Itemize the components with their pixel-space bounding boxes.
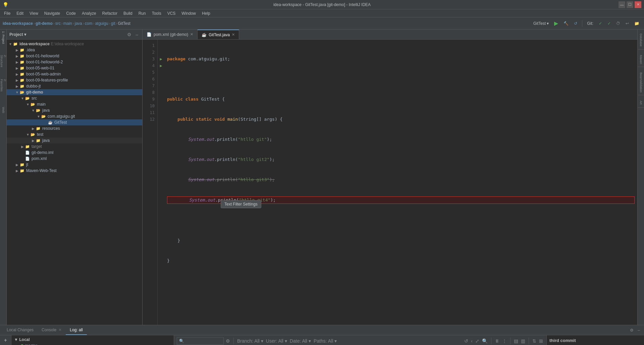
tab-console-close[interactable]: ✕ [58, 328, 62, 332]
breadcrumb-main[interactable]: main [63, 21, 72, 26]
git-settings-button[interactable]: ⚙ [629, 327, 635, 333]
tab-pom[interactable]: 📄 pom.xml (git-demo) ✕ [143, 30, 198, 39]
tree-item-maven-web[interactable]: ▶ 📁 Maven-Web-Test [7, 168, 142, 174]
menu-run[interactable]: Run [136, 10, 149, 16]
bean-tab[interactable]: BeanValidation [638, 70, 644, 96]
prev-commit-button[interactable]: ‹ [470, 338, 473, 344]
code-content[interactable]: package com.atguigu.git; public class Gi… [164, 40, 637, 325]
tree-item-boot05-admin[interactable]: ▶ 📁 boot-05-web-admin [7, 71, 142, 77]
menu-window[interactable]: Window [179, 10, 199, 16]
menu-edit[interactable]: Edit [14, 10, 26, 16]
tab-console[interactable]: Console ✕ [38, 325, 66, 335]
tree-item-boot01-2[interactable]: ▶ 📁 boot-01-helloworld-2 [7, 59, 142, 65]
tree-item-src[interactable]: ▼ 📂 src [7, 95, 142, 101]
breadcrumb-atguigu[interactable]: atguigu [95, 21, 108, 26]
project-gear-button[interactable]: ⚙ [126, 31, 133, 38]
expand-all-button[interactable]: + [3, 337, 8, 344]
commits-sep3 [510, 338, 511, 344]
git-undo-button[interactable]: ↩ [624, 19, 631, 28]
project-tool[interactable]: 1: Project [1, 31, 6, 44]
menu-vcs[interactable]: VCS [165, 10, 178, 16]
reload-button[interactable]: ↺ [572, 19, 579, 28]
branch-filter-button[interactable]: Branch: All ▾ [236, 338, 264, 344]
git-history-button[interactable]: ⏱ [614, 19, 622, 28]
art-tab[interactable]: Art [638, 98, 644, 108]
date-filter-button[interactable]: Date: All ▾ [289, 338, 312, 344]
sort-commits-button[interactable]: ⇅ [532, 338, 537, 344]
git-minimize-button[interactable]: – [636, 327, 641, 333]
tree-item-main[interactable]: ▼ 📂 main [7, 101, 142, 107]
layout2-button[interactable]: ▥ [520, 338, 526, 344]
git-check2-button[interactable]: ✓ [605, 19, 613, 28]
user-filter-button[interactable]: User: All ▾ [265, 338, 288, 344]
breadcrumb-sep7: › [109, 21, 110, 26]
menu-code[interactable]: Code [63, 10, 78, 16]
run-config-button[interactable]: GitTest ▾ [531, 19, 551, 28]
build-button[interactable]: 🔨 [561, 19, 571, 28]
expand-commits-button[interactable]: ⤢ [475, 338, 480, 344]
tree-item-dubbo[interactable]: ▶ 📁 dubbo-jt [7, 83, 142, 89]
run-button[interactable]: ▶ [552, 19, 560, 28]
more-commits-button[interactable]: ⋮ [501, 338, 507, 344]
tree-item-test-dir[interactable]: ▼ 📂 test [7, 131, 142, 137]
tree-item-gittest[interactable]: ☕ GitTest [7, 119, 142, 125]
pause-commits-button[interactable]: ⏸ [494, 338, 500, 344]
branch-item-master[interactable]: master [11, 343, 174, 345]
paths-filter-button[interactable]: Paths: All ▾ [313, 338, 337, 344]
breadcrumb-src[interactable]: src [55, 21, 61, 26]
favorites-tool[interactable]: 2: Favorites [1, 79, 6, 93]
database-tab[interactable]: Database [638, 31, 644, 50]
close-button[interactable]: ✕ [635, 1, 641, 8]
tree-item-gitdemo[interactable]: ▼ 📂 git-demo [7, 89, 142, 95]
layout-button[interactable]: ▤ [513, 338, 519, 344]
git-explorer-button[interactable]: 📁 [632, 19, 641, 28]
tree-label-resources: resources [42, 126, 60, 131]
tab-pom-close[interactable]: ✕ [190, 32, 193, 37]
tab-gittest[interactable]: ☕ GitTest.java ✕ [198, 30, 239, 39]
tree-item-idea[interactable]: ▶ 📁 .idea [7, 47, 142, 53]
tab-gittest-close[interactable]: ✕ [232, 33, 235, 37]
menu-navigate[interactable]: Navigate [42, 10, 63, 16]
web-tool[interactable]: Web [1, 103, 6, 117]
tree-item-java-dir[interactable]: ▼ 📂 java [7, 107, 142, 113]
git-check-button[interactable]: ✓ [597, 19, 604, 28]
group-commits-button[interactable]: ⊞ [538, 338, 544, 344]
tree-item-iml[interactable]: 📄 git-demo.iml [7, 150, 142, 156]
code-editor[interactable]: 1 2 3 4 5 6 7 8 9 10 11 12 ▶ ▶ [143, 40, 637, 325]
minimize-button[interactable]: — [619, 1, 625, 8]
menu-build[interactable]: Build [121, 10, 135, 16]
find-commits-button[interactable]: 🔍 [481, 338, 488, 344]
tree-item-jt[interactable]: ▶ 📁 jt [7, 162, 142, 168]
project-collapse-button[interactable]: – [134, 31, 140, 38]
search-commits-input[interactable] [177, 337, 224, 345]
breadcrumb-gitdemo[interactable]: git-demo [36, 21, 53, 26]
breadcrumb-git[interactable]: git [111, 21, 115, 26]
refresh-commits-button[interactable]: ↺ [464, 338, 469, 344]
menu-refactor[interactable]: Refactor [100, 10, 120, 16]
menu-analyze[interactable]: Analyze [79, 10, 99, 16]
breadcrumb-workspace[interactable]: idea-workspace [3, 21, 33, 26]
tree-item-boot01[interactable]: ▶ 📁 boot-01-helloworld [7, 53, 142, 59]
menu-help[interactable]: Help [199, 10, 213, 16]
menu-tools[interactable]: Tools [149, 10, 164, 16]
tree-arrow-resources: ▶ [31, 127, 36, 130]
breadcrumb-com[interactable]: com [85, 21, 93, 26]
tree-item-boot05[interactable]: ▶ 📁 boot-05-web-01 [7, 65, 142, 71]
tree-item-root[interactable]: ▼ 📁 idea-workspace E:\idea-workspace [7, 41, 142, 47]
breadcrumb-gittest[interactable]: GitTest [118, 21, 130, 26]
menu-view[interactable]: View [27, 10, 41, 16]
maximize-button[interactable]: ☐ [627, 1, 633, 8]
tab-log-all[interactable]: Log: all [66, 325, 87, 335]
tree-item-boot09[interactable]: ▶ 📁 boot-09-features-profile [7, 77, 142, 83]
breadcrumb-java[interactable]: java [75, 21, 82, 26]
maven-tab[interactable]: Maven [638, 52, 644, 67]
tree-item-target[interactable]: ▶ 📁 target [7, 143, 142, 150]
tab-local-changes[interactable]: Local Changes [3, 325, 38, 335]
filter-settings-button[interactable]: ⚙ [225, 338, 231, 344]
tree-item-resources[interactable]: ▶ 📁 resources [7, 125, 142, 131]
tree-item-test-java[interactable]: ▶ 📁 java [7, 137, 142, 143]
tree-item-com-atguigu[interactable]: ▼ 📂 com.atguigu.git [7, 113, 142, 119]
structure-tool[interactable]: Z: Structure [1, 55, 6, 68]
menu-file[interactable]: File [1, 10, 13, 16]
tree-item-pom[interactable]: 📄 pom.xml [7, 156, 142, 162]
